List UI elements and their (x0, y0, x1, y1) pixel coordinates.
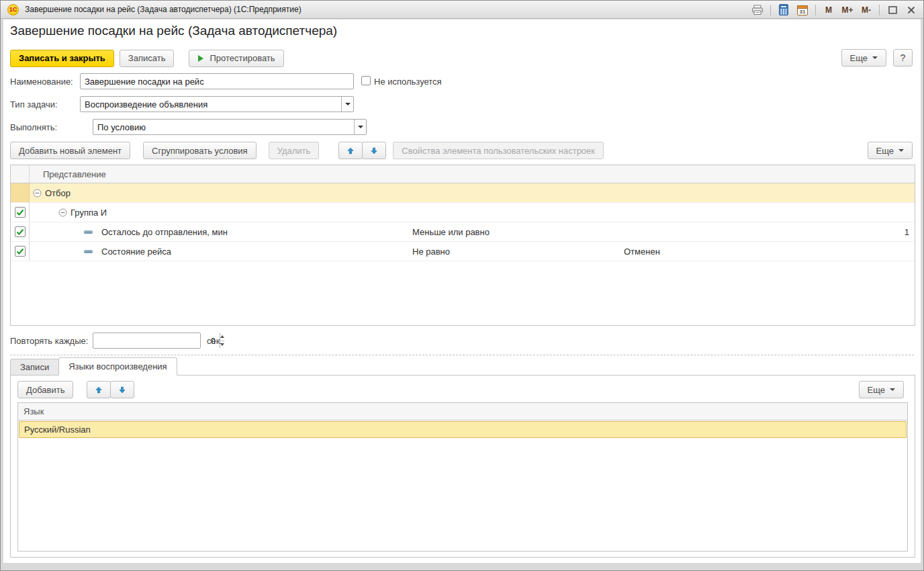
svg-text:31: 31 (800, 9, 806, 15)
repeat-every-field (93, 333, 201, 349)
execute-label: Выполнять: (10, 122, 57, 132)
collapse-icon[interactable] (33, 189, 42, 197)
group-conditions-button[interactable]: Сгруппировать условия (143, 142, 257, 159)
add-new-element-button[interactable]: Добавить новый элемент (10, 142, 130, 159)
condition-item-icon (84, 250, 93, 253)
check-icon (16, 248, 24, 255)
command-bar: Записать и закрыть Записать Протестирова… (10, 49, 914, 67)
execute-input[interactable] (93, 120, 354, 134)
not-used-label: Не используется (374, 77, 442, 87)
calendar-button[interactable]: 31 (794, 3, 811, 17)
close-icon (907, 6, 915, 14)
calendar-icon: 31 (797, 5, 808, 15)
language-column-header[interactable]: Язык (18, 403, 907, 421)
execute-dropdown-button[interactable] (354, 120, 366, 134)
maximize-button[interactable] (884, 3, 900, 17)
window-title: Завершение посадки на рейс (Задача автод… (25, 5, 302, 14)
row-presentation: Группа И (71, 208, 107, 218)
seconds-unit-label: сек. (207, 336, 222, 346)
table-row[interactable]: Отбор (11, 183, 915, 203)
task-type-label: Тип задачи: (10, 99, 58, 109)
languages-toolbar: Добавить (17, 381, 134, 398)
move-down-button[interactable] (362, 142, 386, 159)
chevron-down-icon (898, 149, 904, 152)
help-button[interactable]: ? (893, 49, 913, 67)
repeat-every-input[interactable] (93, 333, 220, 348)
arrow-down-icon (371, 146, 377, 156)
titlebar-separator (879, 5, 880, 15)
arrow-down-icon (119, 385, 126, 395)
delete-button[interactable]: Удалить (269, 142, 320, 159)
save-button[interactable]: Записать (120, 50, 175, 67)
memory-m-button[interactable]: М (821, 3, 837, 17)
1c-logo-icon: 1С (7, 4, 19, 15)
conditions-table-header[interactable]: Представление (11, 165, 915, 183)
form-content: Завершение посадки на рейс (Задача автод… (3, 19, 921, 563)
conditions-table: Представление Отбор (10, 165, 915, 326)
row-checkbox[interactable] (15, 246, 26, 257)
printer-icon (751, 5, 764, 15)
calculator-icon (779, 4, 788, 15)
presentation-column-header: Представление (30, 169, 106, 179)
table-row[interactable]: Группа И (11, 203, 915, 222)
row-presentation: Отбор (45, 188, 71, 198)
check-icon (16, 209, 24, 216)
repeat-every-label: Повторять каждые: (10, 336, 88, 346)
print-button[interactable] (749, 3, 766, 17)
user-settings-properties-button[interactable]: Свойства элемента пользовательских настр… (393, 142, 604, 159)
titlebar: 1С Завершение посадки на рейс (Задача ав… (1, 1, 923, 19)
chevron-down-icon (890, 388, 895, 391)
chevron-down-icon (345, 103, 351, 105)
task-type-combo[interactable] (80, 96, 354, 112)
app-window: 1С Завершение посадки на рейс (Задача ав… (0, 0, 924, 571)
more-button-header[interactable]: Еще (841, 49, 886, 67)
page-title: Завершение посадки на рейс (Задача автод… (10, 24, 337, 38)
check-icon (16, 228, 24, 236)
task-type-input[interactable] (81, 97, 341, 112)
arrow-up-icon (347, 146, 354, 156)
more-button-conditions[interactable]: Еще (868, 142, 913, 159)
more-button-languages[interactable]: Еще (859, 381, 904, 398)
not-used-checkbox[interactable] (361, 76, 371, 85)
tab-records[interactable]: Записи (10, 359, 59, 376)
row-checkbox[interactable] (15, 226, 26, 237)
languages-panel: Добавить Еще Язык (10, 375, 915, 558)
row-presentation: Осталось до отправления, мин (101, 227, 228, 237)
calculator-button[interactable] (776, 3, 792, 17)
name-input[interactable] (81, 74, 353, 89)
table-row[interactable]: Осталось до отправления, мин Меньше или … (11, 222, 915, 242)
save-and-close-button[interactable]: Записать и закрыть (10, 50, 114, 67)
condition-item-icon (84, 230, 93, 234)
name-field-wrap (80, 73, 354, 89)
memory-m-minus-button[interactable]: М- (858, 3, 874, 17)
test-button[interactable]: Протестировать (189, 50, 283, 67)
memory-m-plus-button[interactable]: М+ (839, 3, 856, 17)
chevron-down-icon (872, 56, 878, 59)
checkbox-column-header (11, 165, 30, 183)
conditions-toolbar: Добавить новый элемент Сгруппировать усл… (10, 142, 604, 159)
name-label: Наименование: (10, 77, 73, 87)
titlebar-separator (815, 5, 816, 15)
chevron-down-icon (358, 126, 363, 128)
language-move-up-button[interactable] (87, 381, 111, 398)
execute-combo[interactable] (93, 119, 367, 135)
row-checkbox[interactable] (15, 207, 26, 218)
tab-strip: Записи Языки воспроизведения (10, 357, 177, 376)
arrow-up-icon (95, 385, 102, 395)
move-up-button[interactable] (338, 142, 363, 159)
section-separator (10, 355, 914, 355)
languages-table: Язык Русский/Russian (17, 402, 908, 552)
task-type-dropdown-button[interactable] (341, 97, 353, 112)
table-row[interactable]: Состояние рейса Не равно Отменен (11, 242, 915, 261)
collapse-icon[interactable] (58, 208, 67, 217)
add-language-button[interactable]: Добавить (17, 381, 73, 398)
titlebar-separator (770, 5, 771, 15)
list-item[interactable]: Русский/Russian (19, 421, 907, 438)
language-name: Русский/Russian (24, 425, 91, 435)
row-presentation: Состояние рейса (101, 247, 171, 257)
close-button[interactable] (903, 3, 919, 17)
play-icon (197, 54, 204, 62)
tab-playback-languages[interactable]: Языки воспроизведения (58, 357, 177, 376)
maximize-icon (888, 6, 897, 14)
language-move-down-button[interactable] (110, 381, 134, 398)
